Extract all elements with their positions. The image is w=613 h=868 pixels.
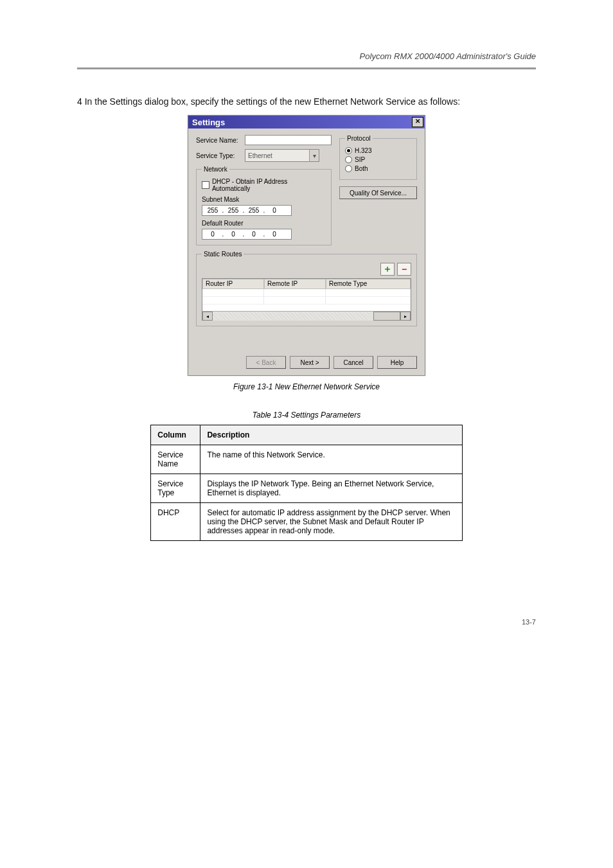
router-label: Default Router bbox=[202, 220, 326, 227]
scroll-right-icon[interactable]: ▸ bbox=[400, 312, 411, 321]
dhcp-checkbox[interactable] bbox=[202, 181, 209, 189]
add-route-button[interactable]: ＋ bbox=[380, 263, 395, 276]
table-header-column: Column bbox=[151, 425, 200, 445]
qos-button[interactable]: Quality Of Service... bbox=[339, 186, 417, 199]
router-oct-1: 0 bbox=[205, 231, 220, 238]
static-routes-group: Static Routes ＋ − Router IP Remote IP bbox=[196, 251, 417, 326]
remove-route-button[interactable]: − bbox=[397, 263, 411, 276]
instruction-text: 4 In the Settings dialog box, specify th… bbox=[77, 95, 536, 109]
network-group: Network DHCP - Obtain IP Address Automat… bbox=[196, 166, 332, 245]
cell-col: DHCP bbox=[151, 503, 200, 541]
close-icon[interactable]: ✕ bbox=[412, 117, 423, 127]
cell-col: Service Type bbox=[151, 474, 200, 503]
table-row: Service Type Displays the IP Network Typ… bbox=[151, 474, 463, 503]
scroll-track[interactable] bbox=[213, 312, 373, 321]
protocol-label-sip: SIP bbox=[355, 156, 365, 163]
table-header-description: Description bbox=[200, 425, 462, 445]
dialog-title: Settings bbox=[192, 118, 225, 127]
cell-col: Service Name bbox=[151, 445, 200, 474]
minus-icon: − bbox=[402, 264, 407, 274]
header-divider bbox=[77, 67, 536, 69]
subnet-oct-3: 255 bbox=[246, 207, 262, 214]
service-type-value: Ethernet bbox=[248, 152, 272, 159]
cell-desc: Displays the IP Network Type. Being an E… bbox=[200, 474, 462, 503]
settings-dialog: Settings ✕ Service Name: Service Type: E… bbox=[188, 115, 425, 376]
protocol-label-both: Both bbox=[355, 165, 368, 172]
router-oct-2: 0 bbox=[226, 231, 241, 238]
back-button: < Back bbox=[246, 356, 286, 369]
protocol-label-h323: H.323 bbox=[355, 147, 372, 154]
table-row: Service Name The name of this Network Se… bbox=[151, 445, 463, 474]
table-row: DHCP Select for automatic IP address ass… bbox=[151, 503, 463, 541]
subnet-label: Subnet Mask bbox=[202, 196, 326, 203]
footer-right: 13-7 bbox=[522, 618, 536, 626]
cell-desc: The name of this Network Service. bbox=[200, 445, 462, 474]
protocol-radio-both[interactable] bbox=[345, 165, 352, 172]
protocol-radio-h323[interactable] bbox=[345, 147, 352, 154]
protocol-radio-sip[interactable] bbox=[345, 156, 352, 163]
dialog-titlebar: Settings ✕ bbox=[188, 116, 425, 128]
routes-table: Router IP Remote IP Remote Type ◂ bbox=[202, 278, 411, 321]
service-type-select[interactable]: Ethernet ▾ bbox=[245, 149, 319, 162]
subnet-oct-4: 0 bbox=[267, 207, 282, 214]
subnet-oct-1: 255 bbox=[205, 207, 220, 214]
router-oct-3: 0 bbox=[246, 231, 262, 238]
cancel-button[interactable]: Cancel bbox=[333, 356, 373, 369]
protocol-legend: Protocol bbox=[345, 135, 373, 142]
help-button[interactable]: Help bbox=[377, 356, 417, 369]
protocol-group: Protocol H.323 SIP Both bbox=[339, 135, 417, 180]
header-right: Polycom RMX 2000/4000 Administrator's Gu… bbox=[360, 51, 536, 61]
static-routes-legend: Static Routes bbox=[202, 251, 244, 258]
service-type-label: Service Type: bbox=[196, 152, 245, 159]
router-input[interactable]: 0. 0. 0. 0 bbox=[202, 229, 292, 240]
router-oct-4: 0 bbox=[267, 231, 282, 238]
dhcp-label: DHCP - Obtain IP Address Automatically bbox=[212, 178, 326, 192]
plus-icon: ＋ bbox=[383, 263, 392, 275]
scroll-thumb[interactable] bbox=[373, 312, 400, 321]
table-caption: Table 13-4 Settings Parameters bbox=[77, 411, 536, 420]
network-legend: Network bbox=[202, 166, 229, 173]
service-name-input[interactable] bbox=[245, 135, 332, 145]
figure-caption: Figure 13-1 New Ethernet Network Service bbox=[77, 382, 536, 391]
routes-body[interactable] bbox=[202, 289, 411, 311]
subnet-input[interactable]: 255. 255. 255. 0 bbox=[202, 205, 292, 216]
routes-header-remote-type[interactable]: Remote Type bbox=[326, 279, 411, 289]
routes-header-remote-ip[interactable]: Remote IP bbox=[264, 279, 326, 289]
service-name-label: Service Name: bbox=[196, 137, 245, 144]
chevron-down-icon: ▾ bbox=[309, 150, 319, 161]
cell-desc: Select for automatic IP address assignme… bbox=[200, 503, 462, 541]
scroll-left-icon[interactable]: ◂ bbox=[202, 312, 213, 321]
subnet-oct-2: 255 bbox=[226, 207, 241, 214]
routes-scrollbar[interactable]: ◂ ▸ bbox=[202, 311, 411, 321]
next-button[interactable]: Next > bbox=[290, 356, 330, 369]
settings-parameters-table: Column Description Service Name The name… bbox=[150, 425, 463, 541]
routes-header-router-ip[interactable]: Router IP bbox=[202, 279, 264, 289]
